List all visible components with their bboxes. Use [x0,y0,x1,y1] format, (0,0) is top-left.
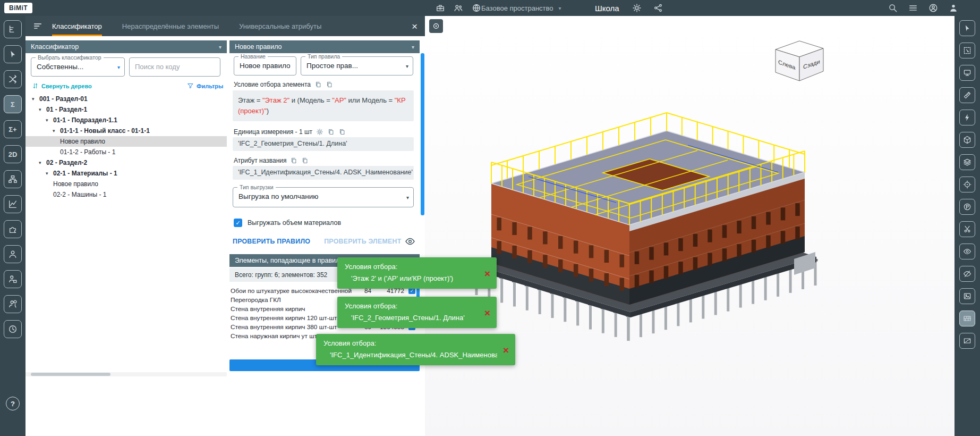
toast-close-icon[interactable]: × [484,268,490,278]
app-logo[interactable]: BiMiT [4,3,32,13]
scheme-button[interactable] [4,170,22,188]
tree-item[interactable]: ▾01 - Раздел-1 [25,104,227,115]
tree-expand-icon[interactable]: ▾ [32,96,39,102]
plans-button[interactable] [959,199,975,215]
profile-icon[interactable] [949,3,958,13]
hide-element-button[interactable] [959,266,975,282]
select-button[interactable] [4,45,22,63]
check-rule-button[interactable]: ПРОВЕРИТЬ ПРАВИЛО [233,238,310,245]
check-element-button[interactable]: ПРОВЕРИТЬ ЭЛЕМЕНТ [324,238,401,245]
tree-hscrollbar[interactable] [25,372,227,376]
connections-button[interactable] [4,70,22,88]
tree-item[interactable]: ▾01-1-1 - Новый класс - 01-1-1 [25,125,227,136]
roles-button[interactable] [4,270,22,288]
visibility-icon[interactable] [405,236,415,247]
classifier-sigma-button[interactable]: Σ [4,95,22,113]
ruler-button[interactable] [959,87,975,103]
tree-item[interactable]: Новое правило [25,179,227,189]
cursor-button[interactable] [959,20,975,36]
tree-item[interactable]: ▾01-1 - Подраздел-1.1 [25,115,227,125]
user-location-button[interactable] [4,295,22,313]
panel-menu-icon[interactable] [33,21,42,31]
clip-button[interactable] [959,221,975,237]
menu-icon[interactable] [908,3,918,13]
view-2d-button[interactable]: 2D [4,145,22,163]
view-cube[interactable]: Слева Сзади [769,38,830,86]
name-attr-value[interactable]: 'IFC_1_Идентификация_Стены/4. ADSK_Наиме… [233,166,414,180]
settings-icon[interactable] [316,128,323,136]
visibility-button[interactable] [959,244,975,259]
classifier-sigma-plus-button[interactable]: Σ+ [4,120,22,138]
image-view-icon [963,292,972,300]
walls-button[interactable] [959,311,975,326]
classifier-tree: ▾001 - Раздел-01▾01 - Раздел-1▾01-1 - По… [25,94,227,200]
share-icon[interactable] [653,3,663,13]
toolbox-icon[interactable] [436,3,445,13]
account-icon[interactable] [928,3,938,13]
section-plane-button[interactable] [959,333,975,349]
toast-close-icon[interactable]: × [484,307,490,317]
tab-1[interactable]: Классификатор [52,16,102,36]
building-model-3d[interactable] [459,104,821,370]
globe-icon[interactable] [472,3,481,13]
measure-button[interactable] [959,110,975,125]
unit-value[interactable]: 'IFC_2_Геометрия_Стены/1. Длина' [233,137,414,151]
copy-icon[interactable] [301,157,309,164]
tree-item[interactable]: Новое правило [25,136,227,147]
copy-icon[interactable] [338,128,346,136]
viewport-3d[interactable]: Слева Сзади [425,16,955,436]
workspace-select[interactable]: Базовое пространство ▾ [481,0,561,16]
classifier-select[interactable]: Выбрать классификатор Собственны... ▾ [31,57,125,77]
export-type-select[interactable]: Тип выгрузки Выгрузка по умолчанию ▾ [233,187,414,207]
materials-checkbox[interactable]: ✓ [234,219,242,227]
tree-item[interactable]: 01-1-2 - Работы - 1 [25,147,227,157]
screens-button[interactable] [959,65,975,81]
collapse-tree-link[interactable]: Свернуть дерево [32,82,92,89]
scrollbar-thumb[interactable] [31,373,110,376]
filters-link[interactable]: Фильтры [187,82,223,89]
tree-expand-icon[interactable]: ▾ [53,128,60,133]
tree-item[interactable]: ▾001 - Раздел-01 [25,94,227,104]
select-area-button[interactable] [959,43,975,58]
storeys-button[interactable] [959,154,975,170]
tree-item[interactable]: ▾02-1 - Материалы - 1 [25,168,227,179]
form-scrollbar-thumb[interactable] [421,53,424,215]
filters-label: Фильтры [197,83,223,89]
tree-expand-icon[interactable]: ▾ [39,160,46,165]
tree-expand-icon[interactable]: ▾ [46,118,53,123]
rule-type-select[interactable]: Тип правила Простое прав... ▾ [301,56,413,76]
dynamics-button[interactable] [4,195,22,213]
tree-item[interactable]: ▾02 - Раздел-2 [25,157,227,168]
structure-button[interactable] [4,20,22,38]
close-panel-icon[interactable]: × [412,21,417,31]
search-icon[interactable] [888,3,898,13]
condition-value[interactable]: Этаж = "Этаж 2" и (Модель = "АР" или Мод… [233,90,414,121]
focus-button[interactable] [959,177,975,192]
copy-icon[interactable] [327,128,335,136]
section-box-button[interactable] [959,132,975,148]
gear-icon[interactable] [632,3,642,13]
rule-name-field[interactable]: Название Новое правило [234,56,296,76]
tree-item[interactable]: 02-2 - Машины - 1 [25,189,227,200]
team-icon[interactable] [454,3,463,13]
copy-icon[interactable] [326,81,333,88]
elements-summary-label: Всего: групп: 6; элементов: 352 [235,271,327,279]
rule-buttons-row: ПРОВЕРИТЬ ПРАВИЛО ПРОВЕРИТЬ ЭЛЕМЕНТ [233,236,415,247]
toast-message: 'Этаж 2' и ('АР' или'КР (проект)') [345,274,479,282]
tree-expand-icon[interactable]: ▾ [39,107,46,112]
copy-icon[interactable] [290,157,297,164]
classifier-panel-header[interactable]: Классификатор ▾ [25,40,227,53]
image-view-button[interactable] [959,288,975,304]
users-button[interactable] [4,245,22,263]
rule-panel-header[interactable]: Новое правило ▾ [229,40,420,53]
plugins-button[interactable] [4,220,22,238]
copy-icon[interactable] [314,81,322,88]
help-button[interactable]: ? [6,397,20,410]
toast-close-icon[interactable]: × [503,345,509,355]
code-search-input[interactable]: Поиск по коду [129,57,220,77]
tab-3[interactable]: Универсальные атрибуты [239,16,321,36]
tree-expand-icon[interactable]: ▾ [46,171,53,176]
tab-2[interactable]: Нераспределённые элементы [122,16,219,36]
focus-button[interactable] [429,19,443,33]
history-button[interactable] [4,320,22,338]
